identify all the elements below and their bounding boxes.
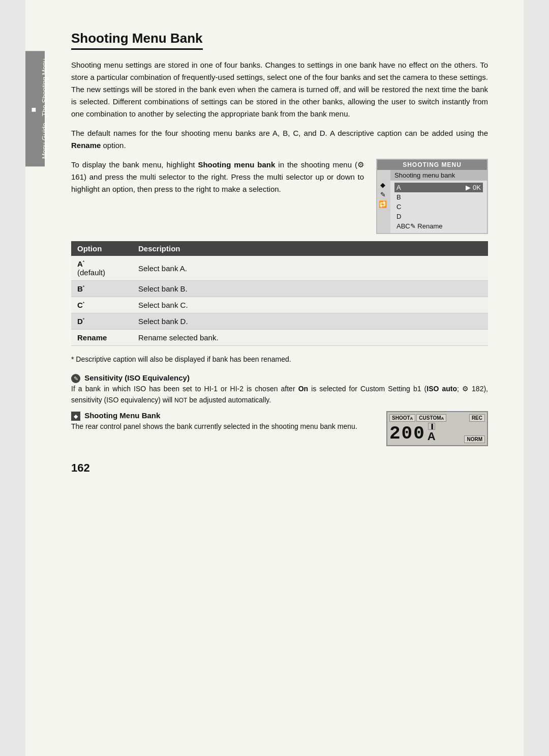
instruction-section: To display the bank menu, highlight Shoo… bbox=[71, 159, 488, 234]
table-row: C* Select bank C. bbox=[71, 297, 488, 313]
bottom-section: ◆ Shooting Menu Bank The rear control pa… bbox=[71, 411, 488, 446]
camera-row-d: D bbox=[394, 212, 483, 221]
table-body: A*(default) Select bank A. B* Select ban… bbox=[71, 256, 488, 346]
camera-screen-title: SHOOTING MENU bbox=[377, 160, 487, 170]
sensitivity-note-icon: ✎ bbox=[71, 374, 80, 383]
table-row: D* Select bank D. bbox=[71, 313, 488, 330]
camera-screen-side-icons: ◆ ✎ 🔁 bbox=[377, 170, 388, 233]
panel-digits: 200 bbox=[389, 425, 425, 443]
panel-top: SHOOTA CUSTOMA REC bbox=[389, 414, 485, 422]
table-header-row: Option Description bbox=[71, 241, 488, 256]
panel-norm: NORM bbox=[464, 435, 485, 443]
description-rename: Rename selected bank. bbox=[132, 330, 488, 346]
smb-note-body: The rear control panel shows the bank cu… bbox=[71, 421, 374, 432]
sensitivity-note-body: If a bank in which ISO has been set to H… bbox=[71, 383, 488, 406]
sensitivity-note-title-text: Sensitivity (ISO Equivalency) bbox=[84, 373, 190, 382]
panel-box-customa: CUSTOMA bbox=[416, 414, 446, 422]
option-c: C* bbox=[71, 297, 132, 313]
description-d: Select bank D. bbox=[132, 313, 488, 330]
intro-paragraph-2: The default names for the four shooting … bbox=[71, 127, 488, 152]
table-header-description: Description bbox=[132, 241, 488, 256]
side-tab-label: Menu Guide—The Shooting Menu bbox=[41, 59, 48, 159]
description-b: Select bank B. bbox=[132, 281, 488, 297]
camera-screen-rows: Shooting menu bank A ▶ 0K B C D ABC✎ Ren… bbox=[390, 170, 487, 233]
footnote: * Descriptive caption will also be displ… bbox=[71, 355, 488, 363]
table-row: A*(default) Select bank A. bbox=[71, 256, 488, 281]
intro-paragraph-1: Shooting menu settings are stored in one… bbox=[71, 59, 488, 120]
description-c: Select bank C. bbox=[132, 297, 488, 313]
description-a: Select bank A. bbox=[132, 256, 488, 281]
panel-right: NORM bbox=[464, 435, 485, 443]
camera-screen-content: ◆ ✎ 🔁 Shooting menu bank A ▶ 0K B C D bbox=[377, 170, 487, 233]
panel-cursor: ▐ bbox=[428, 423, 435, 430]
option-table: Option Description A*(default) Select ba… bbox=[71, 241, 488, 346]
option-b: B* bbox=[71, 281, 132, 297]
smb-note-title-text: Shooting Menu Bank bbox=[84, 411, 160, 420]
instruction-text: To display the bank menu, highlight Shoo… bbox=[71, 159, 364, 195]
page: ■ Menu Guide—The Shooting Menu Shooting … bbox=[25, 0, 524, 756]
camera-screen-body: A ▶ 0K B C D ABC✎ Rename bbox=[390, 181, 487, 233]
camera-row-a: A ▶ 0K bbox=[394, 183, 483, 192]
camera-screen: SHOOTING MENU ◆ ✎ 🔁 Shooting menu bank A… bbox=[376, 159, 488, 234]
option-d: D* bbox=[71, 313, 132, 330]
camera-row-a-arrow: ▶ 0K bbox=[466, 184, 481, 191]
table-row: B* Select bank B. bbox=[71, 281, 488, 297]
panel-box-rec: REC bbox=[469, 414, 485, 422]
panel-main: 200 ▐ A NORM bbox=[389, 423, 485, 443]
camera-row-c: C bbox=[394, 202, 483, 212]
option-a: A*(default) bbox=[71, 256, 132, 281]
bottom-text: ◆ Shooting Menu Bank The rear control pa… bbox=[71, 411, 374, 437]
sensitivity-note: ✎ Sensitivity (ISO Equivalency) If a ban… bbox=[71, 373, 488, 406]
panel-letter: A bbox=[428, 430, 436, 443]
smb-note-icon: ◆ bbox=[71, 412, 80, 421]
page-number: 162 bbox=[71, 461, 488, 475]
camera-row-b: B bbox=[394, 192, 483, 202]
panel-box-shoota: SHOOTA bbox=[389, 414, 415, 422]
panel-display: SHOOTA CUSTOMA REC 200 ▐ A NORM bbox=[386, 411, 488, 446]
option-rename: Rename bbox=[71, 330, 132, 346]
table-header-option: Option bbox=[71, 241, 132, 256]
camera-row-a-label: A bbox=[396, 184, 401, 191]
camera-screen-subtitle: Shooting menu bank bbox=[390, 170, 487, 181]
sensitivity-note-title: ✎ Sensitivity (ISO Equivalency) bbox=[71, 373, 488, 383]
table-row: Rename Rename selected bank. bbox=[71, 330, 488, 346]
smb-note-title: ◆ Shooting Menu Bank bbox=[71, 411, 374, 421]
side-tab: ■ Menu Guide—The Shooting Menu bbox=[25, 51, 45, 166]
camera-row-rename: ABC✎ Rename bbox=[394, 221, 483, 231]
page-title: Shooting Menu Bank bbox=[71, 31, 203, 50]
side-tab-icon: ■ bbox=[29, 106, 39, 114]
